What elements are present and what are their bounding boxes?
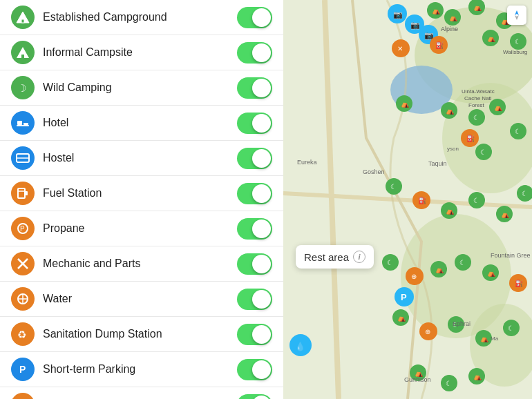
- svg-text:☾: ☾: [446, 380, 452, 387]
- svg-text:⛺: ⛺: [480, 334, 489, 343]
- svg-text:Taquin: Taquin: [428, 160, 447, 167]
- svg-text:Alpine: Alpine: [441, 26, 458, 32]
- water-icon: [11, 287, 35, 311]
- svg-text:☾: ☾: [515, 128, 521, 135]
- svg-text:Forest: Forest: [468, 102, 484, 108]
- svg-text:⛺: ⛺: [401, 99, 410, 108]
- svg-text:Eureka: Eureka: [297, 159, 317, 166]
- wild-camping-icon: ☽: [11, 76, 35, 99]
- water-toggle[interactable]: [237, 289, 272, 310]
- compass-icon: [511, 9, 523, 21]
- list-item-eco-friendly: Eco-Friendly: [0, 387, 283, 399]
- svg-text:yson: yson: [447, 146, 459, 152]
- svg-text:⊕: ⊕: [425, 328, 430, 335]
- svg-text:☾: ☾: [515, 38, 521, 46]
- list-item-hostel: Hostel: [0, 141, 283, 176]
- svg-text:☾: ☾: [390, 183, 397, 191]
- list-item-hotel: Hotel: [0, 106, 283, 141]
- mechanic-and-parts-icon: [11, 252, 35, 275]
- list-item-sanitation-dump-station: ♻Sanitation Dump Station: [0, 317, 283, 352]
- established-campground-label: Established Campground: [43, 11, 237, 23]
- navigation-button[interactable]: [507, 6, 526, 25]
- rest-area-tooltip[interactable]: Rest area i: [296, 245, 374, 269]
- svg-text:⛺: ⛺: [487, 269, 496, 278]
- sanitation-dump-station-toggle[interactable]: [237, 324, 272, 345]
- map-panel: ⛺ ⛺ ⛺ ⛺ ☾ ⛺ 📷 📷 📷 ✕ ⛽ ⛺ ⛺ ☾ ⛺ ☾ ⛽ ☾ ☾ ⛽ …: [283, 0, 532, 399]
- hostel-label: Hostel: [43, 152, 237, 164]
- svg-text:⛺: ⛺: [494, 103, 503, 112]
- propane-toggle[interactable]: [237, 218, 272, 240]
- svg-rect-1: [21, 19, 24, 23]
- svg-text:Cache Natl: Cache Natl: [464, 95, 492, 101]
- svg-text:⛺: ⛺: [446, 106, 455, 115]
- informal-campsite-toggle[interactable]: [237, 42, 272, 64]
- propane-label: Propane: [43, 222, 237, 235]
- svg-text:P: P: [20, 225, 25, 233]
- hotel-icon: [11, 111, 35, 135]
- svg-text:⛽: ⛽: [435, 41, 444, 50]
- svg-text:P: P: [401, 292, 407, 302]
- svg-text:⛺: ⛺: [397, 313, 406, 322]
- svg-text:Fountain Gree: Fountain Gree: [491, 252, 531, 259]
- svg-text:⛺: ⛺: [501, 210, 510, 219]
- svg-text:Ma: Ma: [491, 335, 499, 342]
- informal-campsite-icon: [11, 41, 35, 64]
- hostel-icon: [11, 146, 35, 170]
- svg-rect-11: [25, 191, 28, 195]
- svg-text:⛽: ⛽: [418, 196, 427, 205]
- svg-text:⛺: ⛺: [487, 34, 496, 43]
- sanitation-dump-station-label: Sanitation Dump Station: [43, 328, 237, 340]
- svg-text:⊕: ⊕: [411, 273, 417, 280]
- eco-friendly-toggle[interactable]: [237, 394, 272, 400]
- svg-text:💧: 💧: [295, 341, 305, 351]
- hotel-label: Hotel: [43, 117, 237, 129]
- mechanic-and-parts-label: Mechanic and Parts: [43, 257, 237, 270]
- list-item-water: Water: [0, 282, 283, 317]
- water-label: Water: [43, 293, 237, 305]
- sanitation-dump-station-icon: ♻: [11, 322, 35, 346]
- list-item-short-term-parking: PShort-term Parking: [0, 352, 283, 387]
- svg-text:⛺: ⛺: [473, 3, 482, 12]
- map-background: ⛺ ⛺ ⛺ ⛺ ☾ ⛺ 📷 📷 📷 ✕ ⛽ ⛺ ⛺ ☾ ⛺ ☾ ⛽ ☾ ☾ ⛽ …: [283, 0, 532, 399]
- layer-list-panel: Established CampgroundInformal Campsite☽…: [0, 0, 283, 399]
- rest-area-label: Rest area: [304, 251, 349, 263]
- svg-text:⛺: ⛺: [473, 372, 482, 381]
- mechanic-and-parts-toggle[interactable]: [237, 253, 272, 275]
- svg-text:⛺: ⛺: [432, 6, 441, 15]
- svg-text:⛺: ⛺: [449, 13, 458, 22]
- info-icon[interactable]: i: [353, 251, 365, 263]
- short-term-parking-icon: P: [11, 358, 35, 381]
- svg-text:☾: ☾: [473, 197, 479, 204]
- fuel-station-icon: [11, 182, 35, 205]
- eco-friendly-icon: [11, 393, 35, 399]
- established-campground-icon: [11, 6, 35, 29]
- list-item-established-campground: Established Campground: [0, 0, 283, 35]
- hotel-toggle[interactable]: [237, 113, 272, 134]
- wild-camping-toggle[interactable]: [237, 77, 272, 99]
- list-item-wild-camping: ☽Wild Camping: [0, 70, 283, 106]
- list-item-mechanic-and-parts: Mechanic and Parts: [0, 246, 283, 282]
- fuel-station-toggle[interactable]: [237, 183, 272, 204]
- svg-rect-10: [18, 188, 25, 198]
- list-item-propane: PPropane: [0, 211, 283, 246]
- svg-text:Uinta-Wasatc: Uinta-Wasatc: [462, 88, 495, 95]
- established-campground-toggle[interactable]: [237, 7, 272, 28]
- svg-marker-129: [515, 15, 519, 20]
- svg-text:☾: ☾: [459, 259, 466, 266]
- propane-icon: P: [11, 217, 35, 240]
- svg-text:⛽: ⛽: [466, 134, 475, 143]
- svg-text:⛺: ⛺: [435, 265, 444, 274]
- svg-text:P: P: [19, 364, 26, 375]
- svg-text:⛽: ⛽: [515, 279, 524, 288]
- svg-marker-128: [515, 10, 519, 15]
- hostel-toggle[interactable]: [237, 148, 272, 169]
- svg-text:Ephrai: Ephrai: [453, 320, 471, 327]
- informal-campsite-label: Informal Campsite: [43, 46, 237, 59]
- svg-text:♻: ♻: [17, 329, 26, 340]
- svg-text:⛺: ⛺: [446, 206, 455, 215]
- svg-text:☾: ☾: [508, 324, 514, 332]
- svg-rect-6: [23, 123, 28, 125]
- list-item-informal-campsite: Informal Campsite: [0, 35, 283, 70]
- short-term-parking-toggle[interactable]: [237, 359, 272, 380]
- svg-text:☽: ☽: [17, 82, 26, 94]
